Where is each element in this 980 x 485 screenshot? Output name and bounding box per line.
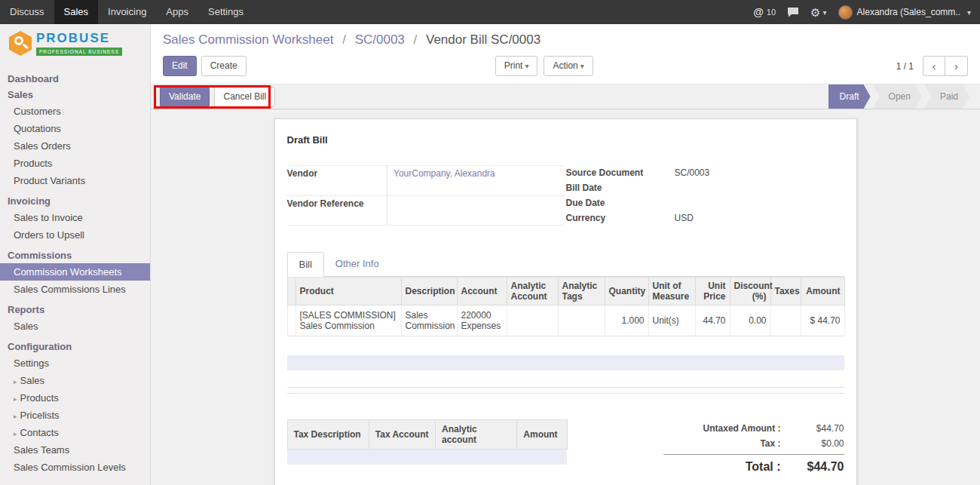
product-code: [SALES COMMISSION] [300,310,397,321]
sidebar-item-config-contacts[interactable]: ▸Contacts [0,424,150,441]
col-tax-description: Tax Description [287,420,369,450]
topbar-menu-discuss[interactable]: Discuss [0,0,54,24]
sidebar-item-label: Products [20,392,59,404]
topbar-menu-apps[interactable]: Apps [156,0,198,24]
sidebar-item-settings[interactable]: Settings [0,355,150,372]
avatar [838,5,853,20]
tab-other-info[interactable]: Other Info [324,252,390,277]
sidebar-header-sales[interactable]: Sales [0,87,150,103]
expand-right-icon: ▸ [14,378,17,385]
edit-button[interactable]: Edit [163,56,197,76]
vendor-link[interactable]: YourCompany, Alexandra [394,168,495,179]
breadcrumb: Sales Commission Worksheet / SC/0003 / V… [163,32,968,48]
expand-right-icon: ▸ [14,430,17,437]
sidebar-header-reports[interactable]: Reports [0,302,150,318]
validate-button[interactable]: Validate [160,87,210,107]
sidebar-item-sales-to-invoice[interactable]: Sales to Invoice [0,209,150,226]
col-product: Product [296,278,401,305]
sidebar-item-config-sales[interactable]: ▸Sales [0,372,150,389]
vendor-value: YourCompany, Alexandra [387,166,565,196]
breadcrumb-record-link[interactable]: SC/0003 [355,32,405,47]
col-uom: Unit of Measure [648,278,695,305]
action-button[interactable]: Action▾ [544,56,593,76]
tab-bill[interactable]: Bill [287,252,324,277]
sidebar-item-products[interactable]: Products [0,155,150,172]
sidebar-item-sales-teams[interactable]: Sales Teams [0,441,150,459]
tax-total-row: Tax : $0.00 [663,436,844,455]
totals-section: Untaxed Amount : $44.70 Tax : $0.00 Tota… [663,421,844,485]
print-action-group: Print▾ Action▾ [495,56,593,76]
pager: 1 / 1 ‹ › [896,56,968,76]
field-groups: Vendor YourCompany, Alexandra Vendor Ref… [287,165,844,226]
currency-value: USD [675,210,844,226]
breadcrumb-separator: / [342,32,346,47]
col-account: Account [457,278,507,305]
sidebar-item-sales-commission-levels[interactable]: Sales Commission Levels [0,459,150,476]
invoice-line-row[interactable]: [SALES COMMISSION] Sales Commission Sale… [287,305,844,336]
sidebar-item-customers[interactable]: Customers [0,103,150,120]
print-button[interactable]: Print▾ [495,56,538,76]
sidebar-header-commissions[interactable]: Commissions [0,247,150,263]
user-name: Alexandra (Sales_comm.. [857,7,960,17]
col-description: Description [401,278,457,305]
logo-subtitle: PROFESSIONAL BUSINESS [36,48,122,56]
left-field-group: Vendor YourCompany, Alexandra Vendor Ref… [287,165,565,226]
cell-description: Sales Commission [401,305,457,336]
topbar: Discuss Sales Invoicing Apps Settings @ … [0,0,980,24]
sidebar-item-dashboard[interactable]: Dashboard [0,71,150,87]
breadcrumb-worksheet-link[interactable]: Sales Commission Worksheet [163,32,333,47]
bill-date-label: Bill Date [566,180,675,195]
topbar-menu-sales[interactable]: Sales [54,0,99,24]
topbar-menu-invoicing[interactable]: Invoicing [98,0,156,24]
cell-amount: $ 44.70 [801,305,844,336]
empty-line-placeholder [287,355,844,370]
pager-next-button[interactable]: › [945,56,968,76]
create-button[interactable]: Create [201,56,247,76]
pager-previous-button[interactable]: ‹ [923,56,945,76]
sidebar-header-invoicing[interactable]: Invoicing [0,193,150,209]
logo-magnifier-icon [9,31,32,56]
gear-menu-button[interactable]: ⚙ ▾ [810,7,826,18]
cell-discount: 0.00 [730,305,770,336]
cell-account: 220000 Expenses [457,305,507,336]
caret-down-icon: ▾ [967,8,971,17]
expand-right-icon: ▸ [14,413,17,420]
sidebar-item-commission-worksheets[interactable]: Commission Worksheets [0,263,150,281]
sidebar-item-config-pricelists[interactable]: ▸Pricelists [0,407,150,424]
bill-state-title: Draft Bill [287,134,844,146]
logo-title: PROBUSE [36,31,122,46]
sidebar-item-config-products[interactable]: ▸Products [0,389,150,407]
handle-cell [287,305,296,336]
vendor-reference-row: Vendor Reference [287,195,565,226]
mentions-button[interactable]: @ 10 [753,6,776,18]
sidebar-item-sales-orders[interactable]: Sales Orders [0,137,150,155]
sidebar-item-quotations[interactable]: Quotations [0,120,150,137]
empty-tax-placeholder [287,450,567,465]
sidebar-item-product-variants[interactable]: Product Variants [0,172,150,189]
cell-analytic-account [507,305,558,336]
due-date-row: Due Date [566,195,844,210]
caret-down-icon: ▾ [823,8,827,17]
section-divider [287,393,844,394]
expand-right-icon: ▸ [14,395,17,403]
sidebar-menu: Dashboard Sales Customers Quotations Sal… [0,71,150,476]
gear-icon: ⚙ [810,7,820,18]
untaxed-amount-label: Untaxed Amount : [663,423,792,434]
sidebar-item-orders-to-upsell[interactable]: Orders to Upsell [0,226,150,244]
form-view: Draft Bill Vendor YourCompany, Alexandra… [151,118,980,485]
currency-row: Currency USD [566,210,844,226]
cell-uom: Unit(s) [648,305,695,336]
cancel-bill-button[interactable]: Cancel Bill [214,87,275,107]
cell-analytic-tags [558,305,605,336]
col-discount: Discount (%) [730,278,770,305]
sidebar-item-reports-sales[interactable]: Sales [0,318,150,335]
sidebar-item-sales-commissions-lines[interactable]: Sales Commissions Lines [0,281,150,298]
sidebar-item-label: Contacts [20,427,59,438]
status-paid: Paid [924,84,969,109]
user-menu-button[interactable]: Alexandra (Sales_comm.. ▾ [838,5,971,20]
source-document-label: Source Document [566,165,675,180]
statusbar: Validate Cancel Bill Draft Open Paid [151,84,980,109]
topbar-menu-settings[interactable]: Settings [198,0,253,24]
sidebar-header-configuration[interactable]: Configuration [0,339,150,355]
chat-bubble-icon[interactable] [787,7,799,17]
